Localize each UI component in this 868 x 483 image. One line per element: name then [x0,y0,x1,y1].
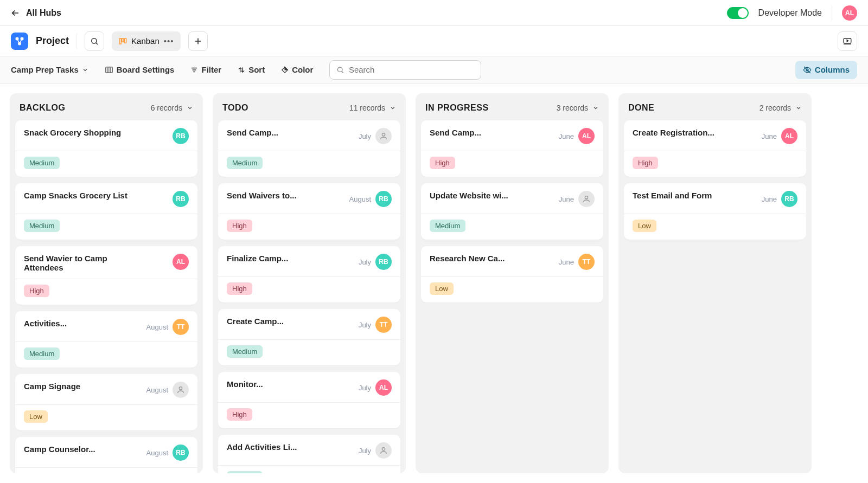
kanban-card[interactable]: Test Email and FormJuneRBLow [624,183,806,240]
person-icon [176,385,185,394]
project-name[interactable]: Project [36,35,69,47]
kanban-card[interactable]: Create Camp...JulyTTMedium [218,309,400,365]
priority-badge: Low [24,410,48,423]
chevron-down-icon [390,105,396,111]
assignee-avatar[interactable] [375,128,392,144]
kanban-card[interactable]: Send Camp...JulyMedium [218,120,400,177]
assignee-avatar[interactable]: RB [173,445,189,461]
columns-label: Columns [815,65,850,74]
kanban-card[interactable]: Send Camp...JuneALHigh [421,120,603,177]
divider [218,465,400,466]
priority-badge: Medium [24,157,60,169]
card-title: Update Website wi... [430,191,508,200]
kanban-card[interactable]: Finalize Camp...JulyRBHigh [218,246,400,302]
projectbar: Project Kanban ••• [0,26,868,56]
search-button[interactable] [85,31,104,51]
column-cards: Create Registration...JuneALHighTest Ema… [618,120,812,473]
board-settings-button[interactable]: Board Settings [105,65,175,74]
assignee-avatar[interactable] [173,382,189,398]
priority-badge: Medium [24,220,60,232]
assignee-avatar[interactable]: RB [375,254,392,270]
assignee-avatar[interactable]: RB [375,191,392,207]
search-input[interactable] [349,65,474,74]
column-header[interactable]: IN PROGRESS3 records [416,93,609,120]
assignee-avatar[interactable]: AL [375,379,392,396]
kanban-card[interactable]: Camp SignageAugustLow [15,374,197,430]
kanban-card[interactable]: Research New Ca...JuneTTLow [421,246,603,302]
divider [832,5,832,21]
column-count[interactable]: 3 records [557,104,599,112]
present-button[interactable] [838,31,857,51]
svg-rect-9 [122,38,124,42]
search-box[interactable] [329,60,481,80]
assignee-avatar[interactable]: AL [781,128,797,144]
assignee-avatar[interactable]: RB [173,128,189,144]
kanban-card[interactable]: Send Wavier to Camp AttendeesALHigh [15,246,197,305]
column-count-label: 2 records [760,104,791,112]
column-header[interactable]: DONE2 records [618,93,812,120]
filter-button[interactable]: Filter [190,65,221,74]
svg-rect-16 [106,67,112,73]
chevron-down-icon [592,105,599,111]
kanban-card[interactable]: Camp Snacks Grocery ListRBMedium [15,183,197,240]
kanban-card[interactable]: Update Website wi...JuneMedium [421,183,603,240]
assignee-avatar[interactable]: TT [578,254,595,270]
add-view-button[interactable] [188,31,208,51]
column-count[interactable]: 11 records [349,104,396,112]
kanban-card[interactable]: Activities...AugustTTMedium [15,311,197,368]
kanban-board: BACKLOG6 recordsSnack Grocery ShoppingRB… [0,83,868,483]
divider [15,214,197,214]
view-tab-more-icon[interactable]: ••• [164,36,174,46]
priority-badge: Medium [227,345,263,358]
kanban-card[interactable]: Create Registration...JuneALHigh [624,120,806,177]
color-icon [281,66,289,74]
app-icon[interactable] [11,33,28,50]
assignee-avatar[interactable]: RB [781,191,797,207]
toolbar: Camp Prep Tasks Board Settings Filter So… [0,56,868,83]
kanban-card[interactable]: Camp Counselor...AugustRBMedium [15,437,197,473]
assignee-avatar[interactable]: RB [173,191,189,207]
table-selector[interactable]: Camp Prep Tasks [11,65,88,74]
assignee-avatar[interactable] [375,442,392,459]
divider [218,276,400,277]
table-selector-label: Camp Prep Tasks [11,65,79,74]
divider [218,402,400,403]
sort-button[interactable]: Sort [238,65,265,74]
person-icon [379,446,388,455]
assignee-avatar[interactable]: AL [578,128,595,144]
board-settings-label: Board Settings [117,65,175,74]
columns-button[interactable]: Columns [795,61,857,79]
assignee-avatar[interactable]: TT [375,317,392,333]
kanban-column: IN PROGRESS3 recordsSend Camp...JuneALHi… [416,93,609,473]
view-tab-kanban[interactable]: Kanban ••• [112,31,180,51]
kanban-card[interactable]: Snack Grocery ShoppingRBMedium [15,120,197,177]
back-to-hubs[interactable]: All Hubs [11,8,61,18]
assignee-avatar[interactable]: AL [173,254,189,270]
user-avatar[interactable]: AL [842,5,857,21]
column-header[interactable]: TODO11 records [213,93,406,120]
divider [421,276,603,277]
color-button[interactable]: Color [281,65,313,74]
svg-point-26 [338,67,343,72]
priority-badge: Medium [227,157,263,169]
divider [15,342,197,342]
column-count-label: 3 records [557,104,588,112]
assignee-avatar[interactable] [578,191,595,207]
presentation-icon [843,36,852,46]
kanban-card[interactable]: Send Waivers to...AugustRBHigh [218,183,400,240]
person-icon [582,195,591,203]
card-date: July [359,384,371,392]
column-count[interactable]: 6 records [151,104,193,112]
divider [15,404,197,405]
priority-badge: Low [430,282,454,295]
kanban-card[interactable]: Monitor...JulyALHigh [218,372,400,428]
column-header[interactable]: BACKLOG6 records [10,93,203,120]
card-title: Camp Signage [24,382,80,391]
assignee-avatar[interactable]: TT [173,319,189,335]
card-date: August [146,449,168,457]
developer-mode-toggle[interactable] [727,7,749,19]
column-count[interactable]: 2 records [760,104,802,112]
kanban-card[interactable]: Add Activities Li...JulyMedium [218,435,400,473]
filter-label: Filter [201,65,221,74]
column-cards: Send Camp...JulyMediumSend Waivers to...… [213,120,406,473]
